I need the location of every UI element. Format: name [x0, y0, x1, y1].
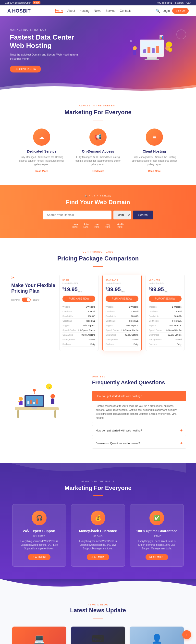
features-title: Marketing For Everyone [10, 109, 186, 116]
nav-home[interactable]: Home [55, 9, 63, 13]
svg-point-32 [33, 389, 36, 392]
top-bar-badge[interactable]: Sign [33, 1, 40, 4]
card-money-btn[interactable]: READ MORE [87, 554, 109, 560]
domain-section: 🔍 FIND A DOMAIN Find Your Web Domain .co… [0, 185, 196, 238]
card-support-subtitle: UNLIMITED [17, 535, 61, 537]
domain-price-studio: .studio $9.99 [116, 223, 124, 228]
faq-label: OUR BEST [92, 376, 186, 378]
marketing2-underline [10, 493, 186, 497]
news-card-1: ⌨ ● Web Hosting An Internet hosting serv… [71, 626, 125, 644]
nav-news[interactable]: News [94, 9, 101, 12]
faq-item-0: How do I get started with web hosting? −… [92, 391, 186, 423]
svg-point-24 [50, 394, 55, 398]
feature-cache-ult: Speed CacheLiteSpeed Cache [149, 328, 182, 333]
feature-guarantee-std: Guarantee99.9% Uptime [105, 333, 138, 337]
faq-question-0[interactable]: How do I get started with web hosting? − [92, 391, 186, 401]
toggle-knob [27, 298, 30, 302]
feature-icon-dedicated: ☁ [33, 128, 50, 146]
wave-svg-bottom [0, 579, 196, 591]
plan-ultimate-price: $99.95/mo [149, 286, 168, 292]
features-underline [10, 117, 186, 121]
feature-link-1[interactable]: Read More [92, 170, 104, 172]
card-uptime-btn[interactable]: READ MORE [146, 554, 168, 560]
feature-guarantee-ult: Guarantee99.9% Uptime [149, 333, 182, 337]
news-label: NEWS & BLOG [10, 604, 186, 606]
nav-login[interactable]: Login [162, 9, 170, 12]
domain-price-org: .org $9.95 [105, 223, 111, 228]
news-grid: 💻 ● Web Hosting Best Hosting Service Wit… [10, 626, 186, 644]
cart-link[interactable]: Cart [187, 2, 191, 4]
feature-icon-client: 🖥 [146, 128, 163, 146]
plan-ultimate-price-wrap: $99.95/mo [149, 286, 182, 293]
card-support-btn[interactable]: READ MORE [28, 554, 51, 560]
feature-management-std: ManagementcPanel [105, 337, 138, 342]
money-icon: 💰 [91, 510, 105, 525]
hero-text: MARKETING STRATEGY Fastest Data CenterWe… [10, 28, 78, 72]
hero-cta-button[interactable]: DISCOVER NOW [10, 66, 41, 72]
support-link[interactable]: Support [175, 2, 184, 4]
hero-illustration-svg: 📊 ⚙ [122, 32, 181, 69]
domain-search-bar: .com .net .org .info Search [10, 210, 186, 220]
svg-point-4 [133, 46, 137, 50]
feature-website-ult: Website1 Website [149, 305, 182, 309]
svg-rect-20 [32, 408, 37, 409]
news-card-0: 💻 ● Web Hosting Best Hosting Service Wit… [12, 626, 66, 644]
features-grid: ☁ Dedicated Service Fully Managed SSD Sh… [10, 128, 186, 173]
main-navigation: A HOSBIT Home About Hosting News Service… [0, 6, 196, 16]
pricing-intro-title: Make Your Flexible Pricing Plan [11, 282, 55, 294]
feature-card-client: 🖥 Client Hosting Fully Managed SSD Share… [130, 128, 179, 173]
marketing-card-uptime: ✅ 100% Uptime Guaranteed UPTIME Everythi… [130, 504, 184, 566]
discount-text: Get 50% Discount Offer [5, 2, 31, 4]
svg-rect-17 [54, 410, 56, 418]
feature-database-ult: Database1 Email [149, 309, 182, 314]
plan-standard-price: $39.95/mo [105, 286, 125, 292]
card-money-subtitle: 30 DAYS [76, 535, 120, 537]
nav-about[interactable]: About [67, 9, 75, 12]
svg-rect-29 [36, 399, 38, 404]
plan-ultimate-label: ULTIMATE [149, 279, 182, 281]
plan-ultimate-purchase-btn[interactable]: PURCHASE NOW [149, 296, 182, 302]
top-bar-right: +90 888 9841 Support Cart [157, 2, 191, 4]
signup-button[interactable]: Sign Up [172, 8, 189, 14]
plan-basic-features: Website1 Website Database1 Email Bandwid… [63, 305, 95, 347]
svg-rect-2 [147, 57, 157, 59]
pricing-section: OUR PRICING PLANS Pricing Package Compar… [0, 238, 196, 363]
feature-backups-ult: BackupsDaily [149, 342, 182, 347]
svg-rect-23 [18, 401, 20, 402]
floating-cta-button[interactable]: ↑ [182, 630, 191, 639]
nav-contacts[interactable]: Contacts [120, 9, 131, 12]
domain-extension-select[interactable]: .com .net .org .info [113, 210, 131, 220]
nav-right: 🔍 Login Sign Up [156, 8, 189, 14]
feature-link-2[interactable]: Read More [148, 170, 161, 172]
toggle-yearly: Yearly [33, 298, 39, 301]
svg-point-8 [168, 48, 172, 52]
support-icon: 🎧 [32, 510, 47, 525]
faq-question-2[interactable]: Browse our Questions and Answers? + [92, 438, 186, 448]
plan-ultimate-desc: Limited Best Offer [149, 282, 182, 284]
pricing-toggle[interactable]: Monthly Yearly [11, 298, 55, 302]
domain-search-button[interactable]: Search [133, 210, 153, 220]
billing-toggle-switch[interactable] [22, 298, 31, 302]
faq-question-1[interactable]: How do I get started with web hosting? + [92, 425, 186, 436]
faq-illustration-svg: 💡 [10, 376, 64, 424]
svg-rect-3 [145, 59, 159, 60]
news-img-icon-2: 👤 [151, 634, 162, 644]
plan-standard-purchase-btn[interactable]: PURCHASE NOW [105, 296, 138, 302]
faq-toggle-2: + [180, 441, 183, 446]
pricing-intro-icon: ✂ [11, 275, 55, 280]
plan-standard-features: Website1 Website Database1 Email Bandwid… [105, 305, 138, 347]
marketing2-label: ALWAYS IN THE RIGHT [10, 480, 186, 482]
phone-number: +90 888 9841 [157, 2, 172, 4]
marketing-card-money: 💰 Money-back Guarantee 30 DAYS Everythin… [71, 504, 125, 566]
search-icon[interactable]: 🔍 [156, 9, 160, 13]
domain-search-input[interactable] [43, 210, 111, 220]
card-money-desc: Everything you need WordPress is Expert … [76, 539, 120, 550]
nav-service[interactable]: Service [105, 9, 115, 12]
feature-link-0[interactable]: Read More [35, 170, 48, 172]
card-uptime-subtitle: UPTIME [135, 535, 179, 537]
plan-basic-purchase-btn[interactable]: PURCHASE NOW [63, 296, 95, 302]
feature-backups: BackupsDaily [63, 342, 95, 347]
nav-hosting[interactable]: Hosting [79, 9, 90, 12]
feature-title-2: Client Hosting [130, 150, 179, 153]
feature-support: Support24/7 Support [63, 323, 95, 328]
